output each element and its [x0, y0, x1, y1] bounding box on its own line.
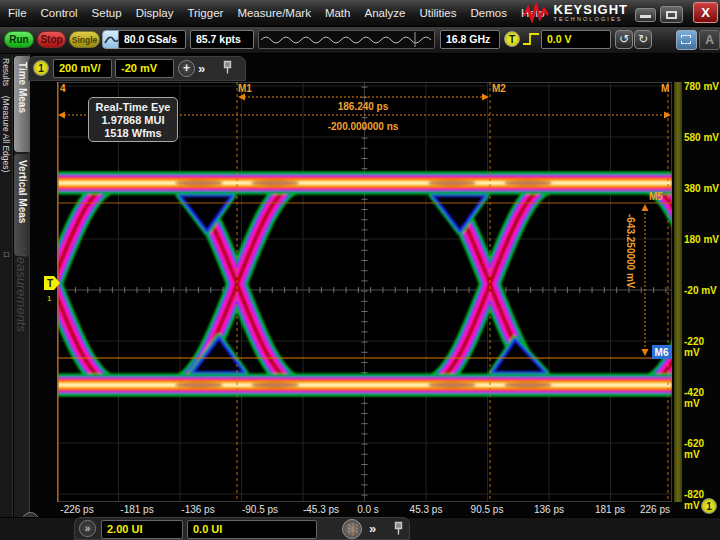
y-axis-label: 780 mV — [684, 81, 719, 92]
bottom-chevrons-icon[interactable]: » — [369, 521, 376, 536]
channel-expand-icon[interactable]: » — [198, 61, 205, 76]
trigger-marker-channel: 1 — [47, 294, 52, 303]
x-axis-label: 0.0 s — [357, 504, 379, 515]
eye-diagram-plot[interactable]: 4 M1 M2 M 186.240 ps -200.000000 ns M5 -… — [57, 82, 672, 502]
realtime-eye-info-box[interactable]: Real-Time Eye 1.97868 MUI 1518 Wfms — [88, 97, 178, 142]
bottom-expand-button[interactable]: » — [79, 520, 96, 537]
axis-channel-badge: 1 — [701, 498, 717, 514]
tab-vertical-meas-label: Vertical Meas — [17, 160, 28, 223]
measurements-watermark: Measurements — [14, 246, 29, 332]
x-axis-label: -45.3 ps — [303, 504, 339, 515]
channel-scale-strip — [674, 82, 682, 502]
marker-m6-label[interactable]: M6 — [655, 347, 669, 358]
menu-analyze[interactable]: Analyze — [364, 7, 405, 19]
horizontal-scale-box[interactable]: 2.00 UI — [101, 520, 183, 539]
marker-m4-label[interactable]: 4 — [60, 83, 66, 94]
markers-icon[interactable] — [342, 519, 362, 539]
minimize-button[interactable] — [635, 8, 656, 22]
horizontal-offset-box[interactable]: 0.0 UI — [187, 520, 317, 539]
pin-icon[interactable] — [222, 60, 233, 75]
trigger-source-icon[interactable]: T — [504, 31, 520, 47]
channel-scale-box[interactable]: 200 mV/ — [53, 59, 112, 78]
channel-offset-box[interactable]: -20 mV — [115, 59, 174, 78]
channel-1-badge[interactable]: 1 — [33, 60, 49, 76]
keysight-spark-icon — [523, 3, 549, 23]
bottom-pin-icon[interactable] — [393, 521, 404, 536]
bandwidth-box[interactable]: 16.8 GHz — [440, 30, 500, 49]
menu-measure-mark[interactable]: Measure/Mark — [237, 7, 311, 19]
y-axis-label: -220 mV — [684, 336, 720, 358]
menu-demos[interactable]: Demos — [470, 7, 506, 19]
eye-wfms-value: 1518 Wfms — [89, 127, 177, 140]
menu-setup[interactable]: Setup — [92, 7, 122, 19]
sample-rate-box[interactable]: 80.0 GSa/s — [118, 30, 186, 49]
eye-mui-value: 1.97868 MUI — [89, 114, 177, 127]
oscilloscope-app: File Control Setup Display Trigger Measu… — [0, 0, 720, 540]
timebase-preview[interactable] — [258, 30, 435, 49]
x-axis-label: 45.3 ps — [410, 504, 443, 515]
eye-mode-label: Real-Time Eye — [89, 101, 177, 114]
menubar: File Control Setup Display Trigger Measu… — [8, 7, 545, 19]
marker-m2-label[interactable]: M2 — [492, 83, 506, 94]
m1-m2-delta-value: 186.240 ps — [338, 101, 389, 112]
menu-trigger[interactable]: Trigger — [187, 7, 223, 19]
stop-button[interactable]: Stop — [37, 31, 66, 48]
run-button[interactable]: Run — [4, 31, 34, 48]
add-channel-icon[interactable]: + — [178, 60, 195, 77]
y-axis-label: 180 mV — [684, 234, 719, 245]
maximize-button[interactable] — [660, 6, 683, 23]
x-axis-label: -181 ps — [120, 504, 153, 515]
results-strip: Results (Measure All Edges) □ — [0, 54, 13, 540]
keysight-logo: KEYSIGHT TECHNOLOGIES — [523, 3, 628, 23]
menu-math[interactable]: Math — [325, 7, 351, 19]
brand-sub: TECHNOLOGIES — [554, 16, 628, 23]
marker-m5-label[interactable]: M5 — [649, 191, 663, 202]
x-axis-label: 90.5 ps — [471, 504, 504, 515]
m5-m6-delta-value: -643.250000 mV — [625, 214, 636, 289]
zoom-select-icon[interactable] — [676, 30, 697, 50]
y-axis-label: 580 mV — [684, 132, 719, 143]
x-axis-label: 136 ps — [534, 504, 564, 515]
undo-icon[interactable]: ↺ — [615, 30, 633, 49]
annotation-icon[interactable]: A — [699, 30, 720, 50]
trigger-level-box[interactable]: 0.0 V — [541, 30, 611, 49]
x-axis-label: 226 ps — [640, 504, 670, 515]
menu-utilities[interactable]: Utilities — [419, 7, 456, 19]
single-button[interactable]: Single — [69, 31, 100, 48]
x-axis-label: -90.5 ps — [242, 504, 278, 515]
brand-name: KEYSIGHT — [554, 4, 628, 16]
timebase-delta-value: -200.000000 ns — [328, 121, 399, 132]
y-axis-label: -420 mV — [684, 387, 720, 409]
y-axis-label: 380 mV — [684, 183, 719, 194]
menu-file[interactable]: File — [8, 7, 27, 19]
undock-icon[interactable]: □ — [2, 250, 11, 259]
x-axis-label: -136 ps — [181, 504, 214, 515]
results-label: Results (Measure All Edges) — [1, 58, 11, 172]
rising-edge-icon[interactable] — [522, 31, 540, 47]
redo-icon[interactable]: ↻ — [634, 30, 652, 49]
tab-time-meas-label: Time Meas — [17, 62, 28, 113]
trigger-level-marker[interactable]: T 1 — [44, 273, 62, 303]
marker-m3-label[interactable]: M — [661, 83, 669, 94]
y-axis-label: -20 mV — [684, 285, 717, 296]
y-axis-label: -620 mV — [684, 438, 720, 460]
marker-m1-label[interactable]: M1 — [238, 83, 252, 94]
x-axis-label: -226 ps — [60, 504, 93, 515]
x-axis-label: 181 ps — [595, 504, 625, 515]
memory-depth-box[interactable]: 85.7 kpts — [190, 30, 254, 49]
trigger-marker-letter: T — [47, 278, 53, 289]
menu-display[interactable]: Display — [136, 7, 174, 19]
close-button[interactable]: X — [693, 2, 718, 23]
tab-vertical-meas[interactable]: Vertical Meas — [14, 154, 30, 256]
titlebar: File Control Setup Display Trigger Measu… — [0, 0, 720, 27]
menu-control[interactable]: Control — [41, 7, 78, 19]
